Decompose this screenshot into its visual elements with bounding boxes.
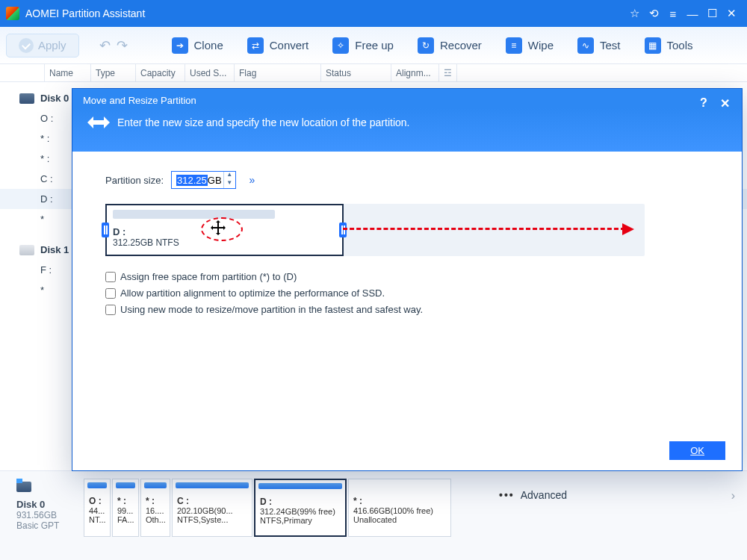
tool-tools[interactable]: ▦Tools [634, 33, 704, 58]
undo-redo-group: ↶ ↷ [90, 32, 137, 59]
partition-slider[interactable]: D :312.25GB NTFS [105, 204, 645, 256]
block-star1[interactable]: * :99...FA... [112, 479, 139, 537]
col-type[interactable]: Type [91, 64, 136, 81]
left-grip[interactable] [102, 223, 109, 237]
size-label: Partition size: [105, 175, 164, 186]
dialog-title: Move and Resize Partition [83, 95, 196, 106]
dialog-body: Partition size: 312.25GB ▲▼ » D :312.25G… [72, 152, 742, 315]
summary-size: 931.56GB [16, 510, 84, 520]
tool-recover[interactable]: ↻Recover [407, 33, 492, 58]
chevron-right-icon: › [731, 489, 735, 503]
minimize-button[interactable]: — [683, 7, 702, 20]
used-space-bar [113, 210, 275, 219]
apply-label: Apply [38, 39, 66, 52]
block-unalloc[interactable]: * :416.66GB(100% free)Unallocated [348, 479, 451, 537]
resize-arrow-icon [87, 116, 110, 129]
size-row: Partition size: 312.25GB ▲▼ » [105, 171, 724, 189]
tool-freeup[interactable]: ✧Free up [322, 33, 404, 58]
menu-icon[interactable]: ≡ [663, 7, 683, 20]
dialog-footer: OK [669, 441, 725, 460]
app-title: AOMEI Partition Assistant [25, 7, 624, 19]
dialog-header: Move and Resize Partition Enter the new … [72, 89, 742, 152]
summary-name: Disk 0 [16, 499, 84, 510]
size-input[interactable]: 312.25GB ▲▼ [171, 171, 236, 189]
recover-icon: ↻ [418, 37, 434, 54]
bottom-panel: Disk 0 931.56GB Basic GPT O :44...NT... … [0, 470, 747, 560]
partition-text: D :312.25GB NTFS [113, 226, 179, 248]
block-o[interactable]: O :44...NT... [84, 479, 111, 537]
block-c[interactable]: C :202.10GB(90...NTFS,Syste... [172, 479, 252, 537]
close-button[interactable]: ✕ [722, 7, 741, 20]
block-star2[interactable]: * :16....Oth... [140, 479, 170, 537]
col-capacity[interactable]: Capacity [136, 64, 185, 81]
block-d[interactable]: D :312.24GB(99% free)NTFS,Primary [254, 479, 347, 537]
check-icon [19, 38, 34, 53]
resize-dialog: Move and Resize Partition Enter the new … [72, 88, 743, 471]
undo-button[interactable]: ↶ [99, 37, 111, 54]
dialog-subtitle: Enter the new size and specify the new l… [117, 116, 409, 128]
disk-icon [19, 93, 34, 104]
apply-button[interactable]: Apply [6, 34, 79, 57]
check-assign[interactable]: Assign free space from partition (*) to … [105, 271, 724, 282]
tool-test[interactable]: ∿Test [567, 33, 631, 58]
star-icon[interactable]: ☆ [624, 7, 644, 20]
app-icon [6, 7, 19, 20]
col-settings-icon[interactable]: ☲ [439, 64, 457, 81]
col-used[interactable]: Used S... [185, 64, 235, 81]
disk-icon [19, 245, 34, 255]
disk-summary: Disk 0 931.56GB Basic GPT [0, 471, 84, 560]
dialog-help-button[interactable]: ? [695, 96, 712, 110]
refresh-icon[interactable]: ⟲ [644, 7, 663, 20]
checkbox-group: Assign free space from partition (*) to … [105, 271, 724, 315]
advanced-panel[interactable]: ••• Advanced › [481, 471, 747, 560]
dialog-close-button[interactable]: ✕ [716, 96, 733, 111]
more-icon: ••• [499, 489, 515, 501]
summary-type: Basic GPT [16, 520, 84, 531]
tool-wipe[interactable]: ≡Wipe [495, 33, 564, 58]
spin-down[interactable]: ▼ [224, 180, 235, 188]
wipe-icon: ≡ [506, 37, 522, 54]
maximize-button[interactable]: ☐ [702, 7, 722, 20]
column-header: Name Type Capacity Used S... Flag Status… [0, 64, 747, 82]
more-options-button[interactable]: » [249, 174, 255, 186]
convert-icon: ⇄ [247, 37, 264, 54]
size-spinner[interactable]: ▲▼ [223, 172, 235, 188]
col-flag[interactable]: Flag [235, 64, 321, 81]
tool-convert[interactable]: ⇄Convert [237, 33, 320, 58]
test-icon: ∿ [577, 37, 594, 54]
tool-clone[interactable]: ➔Clone [161, 33, 234, 58]
title-bar: AOMEI Partition Assistant ☆ ⟲ ≡ — ☐ ✕ [0, 0, 747, 27]
tools-icon: ▦ [645, 37, 661, 54]
check-newmode[interactable]: Using new mode to resize/move partition … [105, 304, 724, 315]
redo-button[interactable]: ↷ [117, 37, 128, 54]
col-align[interactable]: Alignm... [391, 64, 439, 81]
partition-blocks: O :44...NT... * :99...FA... * :16....Oth… [84, 471, 481, 560]
ok-button[interactable]: OK [669, 441, 725, 460]
check-alignment[interactable]: Allow partition alignment to optimize th… [105, 287, 724, 299]
advanced-label: Advanced [521, 489, 567, 501]
toolbar: Apply ↶ ↷ ➔Clone ⇄Convert ✧Free up ↻Reco… [0, 27, 747, 64]
clone-icon: ➔ [172, 37, 188, 54]
col-name[interactable]: Name [45, 64, 91, 81]
annotation-arrow [343, 228, 625, 231]
disk-icon [16, 482, 31, 492]
move-cursor-icon [209, 219, 239, 240]
freeup-icon: ✧ [332, 37, 349, 54]
col-status[interactable]: Status [321, 64, 391, 81]
